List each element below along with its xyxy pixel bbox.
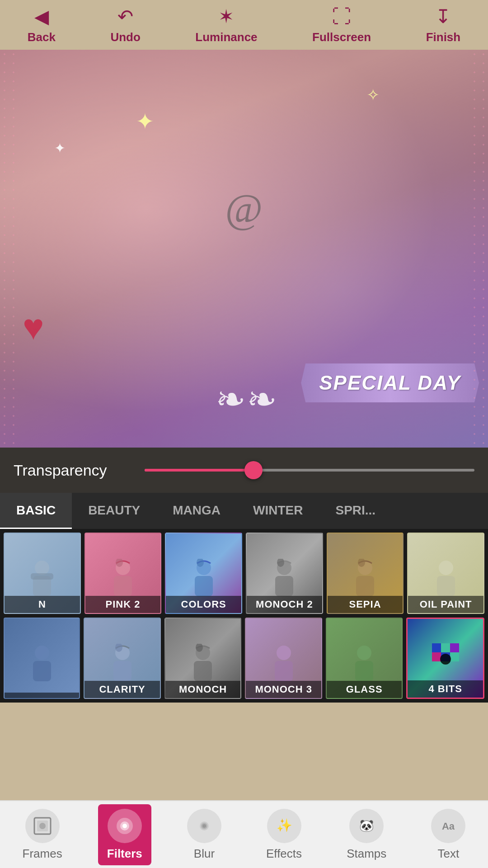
svg-rect-18 — [33, 661, 51, 681]
nav-blur[interactable]: Blur — [178, 804, 230, 865]
svg-rect-34 — [450, 652, 459, 661]
transparency-slider-fill — [145, 469, 253, 472]
filter-grid: N PINK 2 COLORS — [0, 529, 488, 703]
tab-manga[interactable]: MANGA — [156, 493, 237, 529]
filter-4bits[interactable]: 4 BITS — [406, 618, 484, 699]
svg-text:🐼: 🐼 — [359, 818, 374, 833]
nav-effects[interactable]: ✨ Effects — [257, 804, 311, 865]
filter-4bits-label: 4 BITS — [408, 680, 483, 698]
filter-sepia-label: SEPIA — [328, 596, 403, 613]
filter-monoch-label: MONOCH — [165, 681, 241, 698]
photo-canvas: ✦ ✧ ✦ ♥ @ SPECIAL DAY ❧ ❧ — [0, 50, 488, 448]
filter-none-label: N — [5, 596, 80, 613]
filter-glass[interactable]: GLASS — [326, 618, 403, 699]
special-day-banner: SPECIAL DAY — [301, 363, 479, 402]
svg-rect-20 — [113, 661, 131, 681]
finish-label: Finish — [426, 30, 461, 44]
tab-beauty[interactable]: BEAUTY — [72, 493, 156, 529]
svg-rect-7 — [195, 576, 213, 596]
back-icon: ◀ — [34, 5, 49, 28]
filter-row-2: CLARITY MONOCH MONOCH 3 GLASS — [2, 618, 486, 699]
effects-label: Effects — [266, 847, 302, 861]
filter-none[interactable]: N — [4, 533, 81, 614]
top-toolbar: ◀ Back ↶ Undo ✶ Luminance ⛶ Fullscreen ↧… — [0, 0, 488, 50]
filter-colors-label: COLORS — [166, 596, 241, 613]
stamps-label: Stamps — [347, 847, 386, 861]
filter-oilpaint-label: OIL PAINT — [408, 596, 483, 613]
filter-partial-thumb — [28, 644, 56, 684]
filter-oilpaint-thumb — [432, 559, 460, 599]
filter-pink2[interactable]: PINK 2 — [84, 533, 162, 614]
svg-point-44 — [202, 824, 206, 828]
filter-pink2-label: PINK 2 — [85, 596, 161, 613]
nav-filters[interactable]: Filters — [98, 804, 151, 865]
left-border-dots — [0, 50, 18, 448]
finish-icon: ↧ — [435, 5, 451, 28]
svg-rect-10 — [275, 576, 293, 596]
sparkle-decoration-3: ✦ — [54, 140, 66, 156]
svg-rect-2 — [31, 573, 53, 580]
svg-text:✨: ✨ — [276, 818, 292, 833]
filter-sepia[interactable]: SEPIA — [327, 533, 404, 614]
finish-button[interactable]: ↧ Finish — [426, 5, 461, 44]
tab-spring[interactable]: SPRI... — [319, 493, 392, 529]
filters-icon — [108, 809, 142, 843]
filter-clarity[interactable]: CLARITY — [84, 618, 161, 699]
filter-glass-thumb — [351, 644, 378, 684]
filter-monoch2-label: MONOCH 2 — [247, 596, 322, 613]
text-label: Text — [438, 847, 460, 861]
luminance-icon: ✶ — [218, 5, 234, 28]
svg-rect-28 — [355, 661, 373, 681]
transparency-bar: Transparency — [0, 448, 488, 493]
svg-rect-13 — [356, 576, 374, 596]
frames-icon — [25, 809, 60, 843]
filter-row-1: N PINK 2 COLORS — [2, 533, 486, 614]
svg-rect-4 — [114, 576, 132, 596]
filter-sepia-thumb — [352, 559, 379, 599]
undo-label: Undo — [110, 30, 140, 44]
transparency-slider-track[interactable] — [145, 469, 474, 472]
svg-point-27 — [357, 646, 371, 660]
filter-monoch2[interactable]: MONOCH 2 — [246, 533, 323, 614]
right-border-dots — [470, 50, 488, 448]
tab-winter[interactable]: WINTER — [237, 493, 319, 529]
svg-rect-26 — [275, 661, 293, 681]
svg-rect-30 — [441, 643, 450, 652]
filter-tabs: BASIC BEAUTY MANGA WINTER SPRI... — [0, 493, 488, 529]
svg-text:Aa: Aa — [442, 821, 455, 832]
back-label: Back — [28, 30, 56, 44]
filter-monoch3-thumb — [270, 644, 297, 684]
filter-monoch3[interactable]: MONOCH 3 — [245, 618, 322, 699]
nav-frames[interactable]: Frames — [14, 804, 71, 865]
bottom-navigation: Frames Filters Blur ✨ Effects — [0, 800, 488, 868]
filter-partial-left[interactable] — [4, 618, 80, 699]
svg-point-25 — [277, 646, 291, 660]
filters-label: Filters — [107, 847, 142, 861]
stamps-icon: 🐼 — [349, 809, 384, 843]
undo-button[interactable]: ↶ Undo — [110, 5, 140, 44]
back-button[interactable]: ◀ Back — [28, 5, 56, 44]
filter-clarity-label: CLARITY — [84, 681, 160, 698]
fullscreen-button[interactable]: ⛶ Fullscreen — [312, 6, 371, 44]
svg-point-35 — [440, 654, 451, 665]
filter-oilpaint[interactable]: OIL PAINT — [407, 533, 484, 614]
filter-partial-label — [5, 693, 79, 698]
fullscreen-label: Fullscreen — [312, 30, 371, 44]
transparency-label: Transparency — [14, 462, 131, 479]
sparkle-decoration: ✦ — [136, 108, 155, 135]
heart-decoration: ♥ — [23, 307, 44, 348]
filter-monoch3-label: MONOCH 3 — [246, 681, 321, 698]
filter-colors[interactable]: COLORS — [165, 533, 242, 614]
filter-monoch[interactable]: MONOCH — [164, 618, 242, 699]
svg-point-17 — [35, 646, 49, 660]
luminance-button[interactable]: ✶ Luminance — [195, 5, 257, 44]
sparkle-decoration-2: ✧ — [366, 86, 380, 104]
bow-decoration: ❧ ❧ — [216, 378, 272, 420]
nav-stamps[interactable]: 🐼 Stamps — [338, 804, 395, 865]
transparency-slider-thumb[interactable] — [244, 461, 263, 479]
fullscreen-icon: ⛶ — [332, 6, 351, 28]
effects-icon: ✨ — [267, 809, 301, 843]
tab-basic[interactable]: BASIC — [0, 493, 72, 529]
svg-rect-29 — [432, 643, 441, 652]
nav-text[interactable]: Aa Text — [422, 804, 474, 865]
